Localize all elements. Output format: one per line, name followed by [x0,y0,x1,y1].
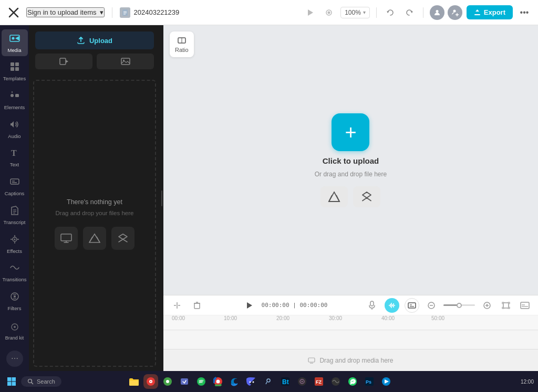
svg-point-35 [14,295,16,298]
gdrive-button[interactable] [83,227,106,250]
taskbar-app1[interactable] [379,374,394,389]
user-avatar[interactable] [430,5,444,20]
taskbar-discord[interactable] [244,374,259,389]
main-area: Media Templates Elements A [0,25,538,371]
taskbar-music[interactable] [143,374,158,389]
collaborator-avatar[interactable] [448,5,462,20]
file-icon [120,7,130,18]
svg-rect-68 [503,303,509,308]
canvas-dropbox-button[interactable] [353,186,380,207]
taskbar-fileexplorer[interactable] [127,374,141,389]
taskbar-browser2[interactable] [328,374,343,389]
sidebar-item-transitions[interactable]: Transitions [2,259,28,286]
taskbar-battlenet[interactable]: Bt [278,374,293,389]
record-button[interactable] [322,5,336,20]
captions-icon [9,176,20,187]
speed-slider[interactable] [443,304,475,306]
taskbar-spotify[interactable] [194,374,209,389]
search-bar[interactable]: Search [21,376,61,387]
split-button[interactable] [170,298,184,313]
taskbar-edge[interactable] [227,374,242,389]
media-icon [9,33,20,46]
canvas-upload-button[interactable]: + [332,113,369,151]
svg-rect-86 [181,378,188,385]
taskbar: Search [0,371,538,392]
timeline-play-button[interactable] [242,298,256,313]
add-user-icon [451,8,459,17]
expand-nav-button[interactable]: ⋯ [6,351,23,367]
divider-3 [423,7,423,18]
timeline-time-display: 00:00:00 | 00:00:00 [262,302,328,309]
sidebar-item-audio[interactable]: Audio [2,115,28,142]
undo-button[interactable] [383,5,398,20]
brand-kit-label: Brand kit [5,335,24,341]
transcript-icon [9,205,20,216]
svg-marker-39 [66,60,68,63]
sidebar-item-text[interactable]: T Text [2,144,28,171]
svg-rect-77 [12,382,16,386]
waveform-icon [388,302,396,309]
delete-button[interactable] [190,298,204,313]
windows-logo[interactable] [4,374,19,389]
sidebar-item-captions[interactable]: Captions [2,173,28,200]
svg-rect-16 [11,67,14,71]
waveform-button[interactable] [385,298,399,313]
divider-1 [112,7,112,18]
svg-rect-11 [474,14,480,15]
taskbar-browser1[interactable] [160,374,175,389]
subtitle-button[interactable] [518,299,532,312]
ratio-button[interactable]: Ratio [170,31,194,57]
fit-button[interactable] [499,299,513,312]
sidebar-item-elements[interactable]: Elements [2,87,28,113]
canvas-main: Ratio + Click to upload Or drag and drop… [163,25,538,295]
taskbar-obs[interactable] [295,374,309,389]
video-source-button[interactable] [35,54,92,69]
audio-icon [9,119,20,130]
export-button[interactable]: Export [467,5,513,19]
templates-nav-label: Templates [3,76,26,81]
fit-icon [502,301,510,310]
plus-speed-button[interactable] [480,299,494,312]
mic-button[interactable] [365,298,379,313]
divider-2 [376,7,377,18]
taskbar-photoshop[interactable]: Ps [362,374,377,389]
ratio-icon [177,36,187,45]
taskbar-steam[interactable] [261,374,276,389]
upload-icon [77,36,85,45]
timeline-ticks: 00:00 10:00 20:00 30:00 40:00 50:00 [163,315,538,330]
svg-text:Ps: Ps [366,379,371,385]
image-source-button[interactable] [97,54,154,69]
top-play-button[interactable] [303,5,317,20]
tick-5: 50:00 [431,315,444,321]
spotify-icon [196,377,206,386]
upload-button[interactable]: Upload [35,31,154,49]
canvas-gdrive-button[interactable] [320,186,348,207]
dropbox-button[interactable] [111,227,134,250]
sidebar-item-effects[interactable]: Effects [2,230,28,257]
sign-in-button[interactable]: Sign in to upload items ▾ [26,7,105,17]
media-drop-icon [308,357,315,364]
gdrive-icon [89,233,100,243]
taskbar-whatsapp[interactable] [345,374,360,389]
sidebar-item-transcript[interactable]: Transcript [2,202,28,228]
more-options-button[interactable]: ••• [517,5,532,20]
sidebar-item-brand-kit[interactable]: Brand kit [2,319,28,345]
computer-upload-button[interactable] [55,227,78,250]
slider-thumb[interactable] [457,303,462,308]
brand-icon [10,322,19,332]
app1-icon [381,377,391,386]
sidebar-item-media[interactable]: Media [2,29,28,56]
cc-button[interactable] [405,298,419,313]
taskbar-chrome[interactable] [211,374,225,389]
monitor-icon [60,234,72,243]
sidebar-item-templates[interactable]: Templates [2,58,28,85]
minus-speed-button[interactable] [425,299,438,312]
zoom-control[interactable]: 100% ▾ [340,7,370,18]
tick-3: 30:00 [329,315,342,321]
filters-icon [9,291,20,302]
svg-point-83 [150,381,151,382]
redo-button[interactable] [402,5,417,20]
taskbar-teams[interactable] [177,374,192,389]
taskbar-filezilla[interactable]: FZ [312,374,326,389]
sidebar-item-filters[interactable]: Filters [2,288,28,314]
